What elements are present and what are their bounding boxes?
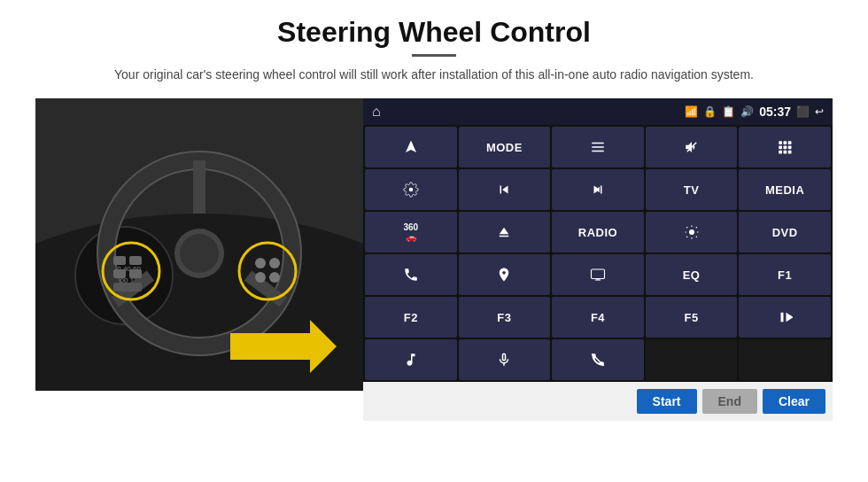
page-subtitle: Your original car's steering wheel contr… xyxy=(114,66,754,84)
svg-rect-21 xyxy=(255,272,266,283)
btn-music[interactable] xyxy=(365,339,457,380)
end-button[interactable]: End xyxy=(702,389,757,414)
btn-mic[interactable] xyxy=(459,339,551,380)
btn-empty2 xyxy=(739,339,831,380)
page-container: Steering Wheel Control Your original car… xyxy=(0,0,868,482)
svg-rect-28 xyxy=(779,146,782,150)
bt-icon: 🔊 xyxy=(740,105,754,118)
btn-f2[interactable]: F2 xyxy=(365,297,457,338)
svg-point-34 xyxy=(409,188,414,192)
btn-f3[interactable]: F3 xyxy=(459,297,551,338)
btn-radio[interactable]: RADIO xyxy=(552,212,644,253)
btn-eject[interactable] xyxy=(459,212,551,253)
svg-rect-15 xyxy=(113,269,126,278)
home-icon: ⌂ xyxy=(372,104,381,120)
bottom-bar: Start End Clear xyxy=(363,382,833,421)
svg-rect-26 xyxy=(784,141,787,144)
clear-button[interactable]: Clear xyxy=(763,389,825,414)
svg-rect-20 xyxy=(269,258,280,268)
btn-list[interactable] xyxy=(552,127,644,167)
svg-rect-32 xyxy=(784,151,787,154)
steering-wheel-image: 0 20 40 60 80 100 120 xyxy=(35,98,363,391)
lock-icon: 🔒 xyxy=(703,105,717,118)
svg-rect-27 xyxy=(788,141,792,144)
button-grid: MODE xyxy=(363,125,833,382)
start-button[interactable]: Start xyxy=(637,389,697,414)
btn-f1[interactable]: F1 xyxy=(739,254,831,295)
svg-point-35 xyxy=(689,229,694,235)
status-right: 📶 🔒 📋 🔊 05:37 ⬛ ↩ xyxy=(685,105,824,119)
btn-eq[interactable]: EQ xyxy=(646,254,738,295)
btn-dvd[interactable]: DVD xyxy=(739,212,831,253)
btn-settings[interactable] xyxy=(365,169,457,210)
btn-screen[interactable] xyxy=(552,254,644,295)
btn-f5[interactable]: F5 xyxy=(646,297,738,338)
svg-rect-29 xyxy=(784,146,787,150)
status-bar: ⌂ 📶 🔒 📋 🔊 05:37 ⬛ ↩ xyxy=(363,98,833,125)
svg-rect-16 xyxy=(129,269,142,278)
page-title: Steering Wheel Control xyxy=(277,16,591,49)
svg-rect-30 xyxy=(788,146,792,150)
ui-panel: ⌂ 📶 🔒 📋 🔊 05:37 ⬛ ↩ MODE xyxy=(363,98,833,421)
btn-hangup[interactable] xyxy=(552,339,644,380)
content-row: 0 20 40 60 80 100 120 xyxy=(35,98,833,421)
svg-rect-19 xyxy=(255,258,266,268)
svg-point-11 xyxy=(180,234,219,273)
sim-icon: 📋 xyxy=(722,105,735,118)
cast-icon: ⬛ xyxy=(796,105,810,118)
btn-mute[interactable] xyxy=(646,127,738,167)
svg-rect-36 xyxy=(591,269,604,279)
btn-brightness[interactable] xyxy=(646,212,738,253)
btn-map[interactable] xyxy=(459,254,551,295)
btn-mode[interactable]: MODE xyxy=(459,127,551,167)
svg-rect-14 xyxy=(129,256,142,265)
btn-phone[interactable] xyxy=(365,254,457,295)
svg-rect-13 xyxy=(113,256,126,265)
wifi-icon: 📶 xyxy=(685,105,698,118)
back-icon: ↩ xyxy=(815,105,824,118)
btn-f4[interactable]: F4 xyxy=(552,297,644,338)
btn-empty1 xyxy=(646,339,738,380)
btn-apps[interactable] xyxy=(739,127,831,167)
svg-rect-31 xyxy=(779,151,782,154)
svg-rect-33 xyxy=(788,151,792,154)
btn-360cam[interactable]: 360🚗 xyxy=(365,212,457,253)
btn-next[interactable] xyxy=(552,169,644,210)
svg-rect-22 xyxy=(269,272,280,283)
btn-nav[interactable] xyxy=(365,127,457,167)
btn-tv[interactable]: TV xyxy=(646,169,738,210)
btn-playpause[interactable] xyxy=(739,297,831,338)
svg-rect-17 xyxy=(113,283,142,292)
btn-prev[interactable] xyxy=(459,169,551,210)
btn-media[interactable]: MEDIA xyxy=(739,169,831,210)
status-time: 05:37 xyxy=(759,105,791,119)
title-underline xyxy=(412,54,456,57)
svg-rect-25 xyxy=(779,141,782,144)
